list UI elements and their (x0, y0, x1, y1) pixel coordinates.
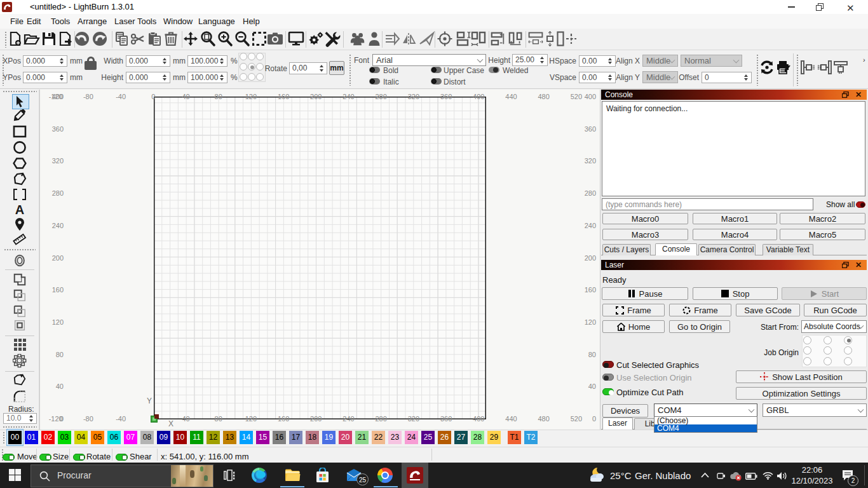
svg-text:A: A (15, 203, 24, 216)
